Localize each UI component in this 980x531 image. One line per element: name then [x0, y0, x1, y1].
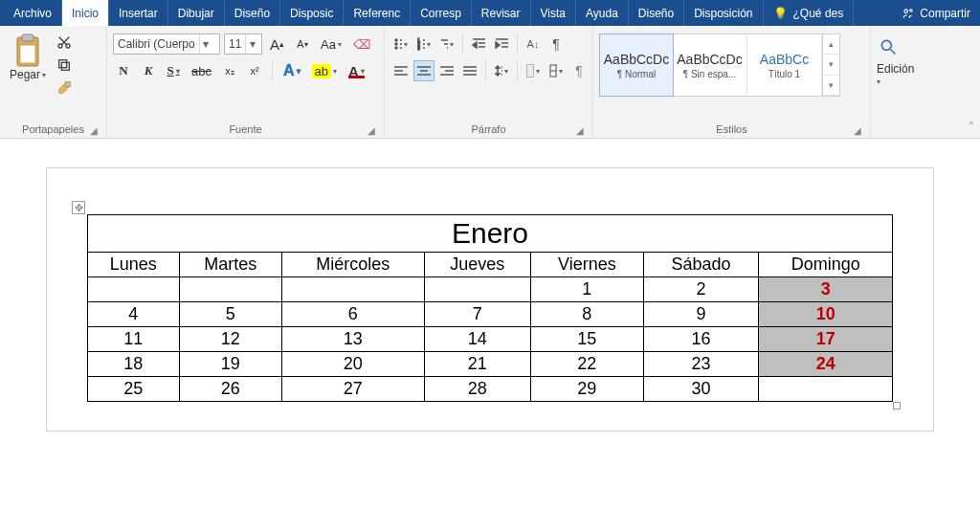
calendar-cell[interactable]: 10 — [759, 302, 893, 327]
increase-indent-button[interactable] — [491, 33, 512, 55]
calendar-cell[interactable]: 13 — [281, 327, 424, 352]
collapse-ribbon-button[interactable]: ˄ — [969, 121, 974, 134]
align-left-button[interactable] — [390, 60, 412, 81]
calendar-cell[interactable] — [759, 377, 893, 402]
header-jueves[interactable]: Jueves — [424, 253, 530, 277]
grow-font-button[interactable]: A▴ — [266, 33, 288, 55]
text-effects-button[interactable]: A▾ — [279, 60, 304, 81]
calendar-cell[interactable]: 19 — [179, 352, 281, 377]
strikethrough-button[interactable]: abc — [188, 60, 215, 81]
header-martes[interactable]: Martes — [179, 253, 281, 277]
superscript-button[interactable]: x² — [244, 60, 265, 81]
calendar-cell[interactable] — [281, 277, 424, 302]
calendar-cell[interactable]: 15 — [530, 327, 643, 352]
decrease-indent-button[interactable] — [468, 33, 489, 55]
bold-button[interactable]: N — [113, 60, 134, 81]
editing-button[interactable]: Edición ▾ — [877, 30, 934, 121]
change-case-button[interactable]: Aa▾ — [317, 33, 345, 55]
calendar-cell[interactable]: 24 — [759, 352, 893, 377]
tab-ayuda[interactable]: Ayuda — [576, 0, 629, 26]
tab-disposicion-tabla[interactable]: Disposición — [684, 0, 763, 26]
calendar-cell[interactable]: 26 — [179, 377, 281, 402]
calendar-cell[interactable]: 22 — [530, 352, 643, 377]
tab-archivo[interactable]: Archivo — [4, 0, 62, 26]
sort-button[interactable]: A↓ — [523, 33, 544, 55]
calendar-cell[interactable]: 3 — [759, 277, 893, 302]
tab-inicio[interactable]: Inicio — [62, 0, 109, 26]
calendar-cell[interactable]: 18 — [88, 352, 180, 377]
font-size-combo[interactable]: 11▾ — [224, 33, 262, 55]
calendar-cell[interactable]: 25 — [88, 377, 180, 402]
calendar-cell[interactable]: 12 — [179, 327, 281, 352]
shading-button[interactable]: ▾ — [523, 60, 544, 81]
tab-diseno-tabla[interactable]: Diseño — [629, 0, 684, 26]
calendar-cell[interactable]: 29 — [530, 377, 643, 402]
styles-launcher[interactable]: ◢ — [851, 123, 864, 137]
calendar-cell[interactable]: 28 — [424, 377, 530, 402]
tab-correspondencia[interactable]: Corresp — [411, 0, 472, 26]
numbering-button[interactable]: 123▾ — [413, 33, 434, 55]
tab-dibujar[interactable]: Dibujar — [168, 0, 225, 26]
table-move-handle[interactable]: ✥ — [72, 201, 85, 214]
calendar-cell[interactable]: 16 — [643, 327, 759, 352]
calendar-cell[interactable]: 14 — [424, 327, 530, 352]
calendar-cell[interactable] — [424, 277, 530, 302]
calendar-title[interactable]: Enero — [88, 215, 893, 253]
show-paragraph-button[interactable]: ¶ — [568, 60, 590, 81]
highlight-button[interactable]: ab▾ — [308, 60, 341, 81]
header-miercoles[interactable]: Miércoles — [281, 253, 424, 277]
tab-diseno[interactable]: Diseño — [225, 0, 280, 26]
underline-button[interactable]: S▾ — [163, 60, 184, 81]
style-no-spacing[interactable]: AaBbCcDc ¶ Sin espa... — [673, 34, 747, 96]
clear-formatting-button[interactable]: ⌫ — [349, 33, 374, 55]
calendar-cell[interactable]: 11 — [88, 327, 180, 352]
align-center-button[interactable] — [413, 60, 434, 81]
calendar-cell[interactable]: 20 — [281, 352, 424, 377]
line-spacing-button[interactable]: ▾ — [491, 60, 512, 81]
document-area[interactable]: ✥ Enero Lunes Martes Miércoles Jueves Vi… — [0, 139, 980, 431]
tab-vista[interactable]: Vista — [531, 0, 576, 26]
multilevel-list-button[interactable]: ▾ — [436, 33, 457, 55]
calendar-cell[interactable]: 30 — [643, 377, 759, 402]
tab-insertar[interactable]: Insertar — [109, 0, 168, 26]
copy-button[interactable] — [56, 56, 73, 74]
calendar-cell[interactable]: 27 — [281, 377, 424, 402]
align-right-button[interactable] — [436, 60, 457, 81]
format-painter-button[interactable] — [56, 79, 73, 97]
font-name-combo[interactable]: Calibri (Cuerpo▾ — [113, 33, 220, 55]
header-sabado[interactable]: Sábado — [643, 253, 759, 277]
table-resize-handle[interactable] — [893, 402, 901, 409]
style-gallery-more[interactable]: ▴▾▾ — [822, 34, 839, 96]
calendar-table[interactable]: Enero Lunes Martes Miércoles Jueves Vier… — [87, 214, 893, 402]
tab-revisar[interactable]: Revisar — [472, 0, 531, 26]
calendar-cell[interactable]: 23 — [643, 352, 759, 377]
calendar-cell[interactable]: 1 — [530, 277, 643, 302]
clipboard-launcher[interactable]: ◢ — [87, 123, 100, 137]
calendar-cell[interactable]: 2 — [643, 277, 759, 302]
show-marks-button[interactable]: ¶ — [546, 33, 567, 55]
header-lunes[interactable]: Lunes — [88, 253, 180, 277]
share-button[interactable]: Compartir — [892, 0, 980, 26]
calendar-cell[interactable] — [88, 277, 180, 302]
style-heading-1[interactable]: AaBbCc Título 1 — [747, 34, 822, 96]
font-color-button[interactable]: A▾ — [345, 60, 368, 81]
style-normal[interactable]: AaBbCcDc ¶ Normal — [599, 33, 674, 97]
calendar-cell[interactable]: 5 — [179, 302, 281, 327]
calendar-cell[interactable]: 21 — [424, 352, 530, 377]
tell-me[interactable]: 💡 ¿Qué des — [764, 0, 855, 26]
calendar-cell[interactable]: 17 — [759, 327, 893, 352]
font-launcher[interactable]: ◢ — [365, 123, 378, 137]
paragraph-launcher[interactable]: ◢ — [573, 123, 587, 137]
calendar-cell[interactable]: 8 — [530, 302, 643, 327]
calendar-cell[interactable] — [179, 277, 281, 302]
tab-disposic[interactable]: Disposic — [280, 0, 344, 26]
tab-referencias[interactable]: Referenc — [344, 0, 411, 26]
calendar-cell[interactable]: 7 — [424, 302, 530, 327]
paste-button[interactable]: Pegar▾ — [6, 30, 50, 81]
borders-button[interactable]: ▾ — [546, 60, 567, 81]
header-domingo[interactable]: Domingo — [759, 253, 893, 277]
calendar-cell[interactable]: 6 — [281, 302, 424, 327]
header-viernes[interactable]: Viernes — [530, 253, 643, 277]
calendar-cell[interactable]: 9 — [643, 302, 759, 327]
cut-button[interactable] — [56, 33, 73, 51]
